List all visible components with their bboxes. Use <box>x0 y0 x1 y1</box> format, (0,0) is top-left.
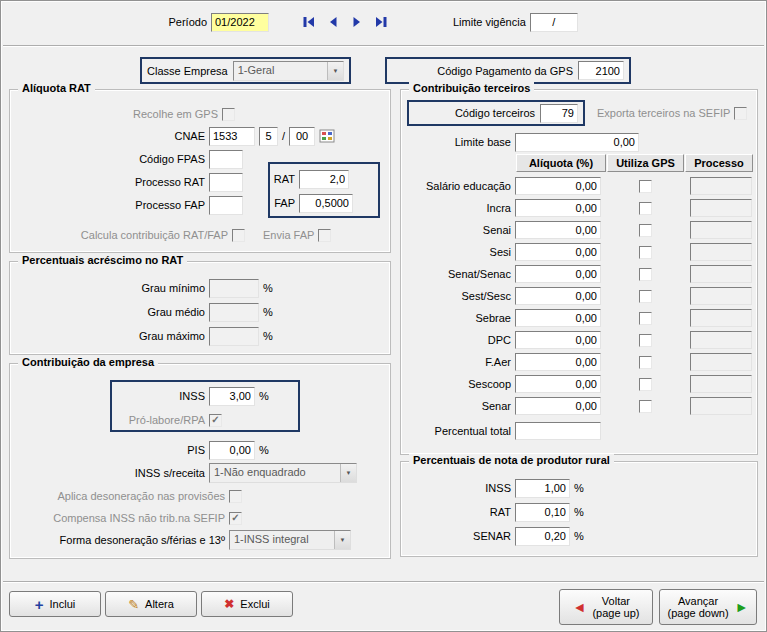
codigo-gps-input[interactable] <box>578 61 624 80</box>
utiliza-gps-checkbox[interactable] <box>639 224 652 237</box>
periodo-input[interactable] <box>211 13 269 32</box>
voltar-button[interactable]: ◄ Voltar (page up) <box>559 589 653 625</box>
aliquota-input[interactable] <box>515 375 601 393</box>
column-header-processo: Processo <box>685 154 753 172</box>
processo-input <box>690 265 752 283</box>
terceiros-row-label: Sescoop <box>401 378 511 390</box>
avancar-button[interactable]: Avançar (page down) ► <box>659 589 757 625</box>
rural-inss-input[interactable] <box>515 479 570 498</box>
utiliza-gps-checkbox[interactable] <box>639 400 652 413</box>
rural-senar-input[interactable] <box>515 527 570 546</box>
rural-senar-row: SENAR % <box>401 526 584 546</box>
utiliza-gps-checkbox[interactable] <box>639 180 652 193</box>
utiliza-gps-checkbox[interactable] <box>639 246 652 259</box>
exporta-terceiros-row: Exporta terceiros na SEFIP <box>597 103 747 123</box>
processo-input <box>690 287 752 305</box>
nav-next-button[interactable] <box>347 13 367 31</box>
grau-maximo-label: Grau máximo <box>10 330 205 342</box>
limite-base-row: Limite base <box>401 132 639 152</box>
aliquota-input[interactable] <box>515 331 601 349</box>
aliquota-input[interactable] <box>515 309 601 327</box>
inss-input[interactable] <box>209 387 255 406</box>
cnae-suffix-input[interactable] <box>289 127 315 146</box>
fap-row: FAP <box>10 193 353 213</box>
codigo-fpas-input[interactable] <box>209 150 243 169</box>
limite-base-input[interactable] <box>515 133 639 152</box>
table-row-incra: Incra <box>401 198 752 218</box>
check-icon: ✓ <box>211 415 219 425</box>
rat-row: RAT <box>10 169 349 189</box>
group-produtor-rural: Percentuais de nota de produtor rural IN… <box>400 461 758 557</box>
grau-medio-percent: % <box>263 306 273 318</box>
utiliza-gps-checkbox[interactable] <box>639 334 652 347</box>
utiliza-gps-checkbox[interactable] <box>639 312 652 325</box>
aliquota-input[interactable] <box>515 287 601 305</box>
utiliza-gps-checkbox[interactable] <box>639 268 652 281</box>
recolhe-gps-row: Recolhe em GPS <box>10 104 235 124</box>
forma-desoneracao-row: Forma desoneração s/férias e 13º 1-INSS … <box>10 530 351 550</box>
utiliza-gps-checkbox[interactable] <box>639 290 652 303</box>
aliquota-input[interactable] <box>515 353 601 371</box>
nav-next-icon <box>349 15 365 29</box>
codigo-fpas-row: Código FPAS <box>10 149 243 169</box>
cnae-row: CNAE / <box>10 126 336 146</box>
rat-input[interactable] <box>299 170 349 189</box>
utiliza-gps-checkbox[interactable] <box>639 356 652 369</box>
rural-senar-percent: % <box>574 530 584 542</box>
forma-desoneracao-value: 1-INSS integral <box>230 531 334 549</box>
nav-previous-button[interactable] <box>323 13 343 31</box>
rat-label: RAT <box>10 173 295 185</box>
grau-maximo-row: Grau máximo % <box>10 326 273 346</box>
percentual-total-row: Percentual total <box>401 421 601 441</box>
utiliza-gps-checkbox[interactable] <box>639 202 652 215</box>
compensa-inss-row: Compensa INSS não trib.na SEFIP ✓ <box>10 508 242 528</box>
cnae-input[interactable] <box>209 127 255 146</box>
utiliza-gps-checkbox[interactable] <box>639 378 652 391</box>
percentual-total-input[interactable] <box>515 422 601 440</box>
top-divider <box>3 45 764 47</box>
recolhe-gps-checkbox <box>222 108 235 121</box>
group-percentuais-rat: Percentuais acréscimo no RAT Grau mínimo… <box>9 261 391 355</box>
aliquota-input[interactable] <box>515 243 601 261</box>
grau-medio-row: Grau médio % <box>10 302 273 322</box>
limite-base-label: Limite base <box>401 136 511 148</box>
aliquota-input[interactable] <box>515 265 601 283</box>
plus-icon: + <box>35 597 44 612</box>
exclui-button[interactable]: ✖ Exclui <box>201 591 293 617</box>
nav-last-button[interactable] <box>371 13 391 31</box>
chevron-down-icon: ▼ <box>334 531 350 549</box>
rural-rat-input[interactable] <box>515 503 570 522</box>
forma-desoneracao-label: Forma desoneração s/férias e 13º <box>10 534 225 546</box>
aliquota-input[interactable] <box>515 199 601 217</box>
codigo-terceiros-input[interactable] <box>540 104 578 123</box>
terceiros-row-label: F.Aer <box>401 356 511 368</box>
aliquota-input[interactable] <box>515 177 601 195</box>
calcula-rat-fap-label: Calcula contribuição RAT/FAP <box>10 229 228 241</box>
prolabore-row: Pró-labore/RPA ✓ <box>10 410 222 430</box>
codigo-terceiros-label: Código terceiros <box>414 107 535 119</box>
percentual-total-label: Percentual total <box>401 425 511 437</box>
terceiros-row-label: Senar <box>401 400 511 412</box>
nav-first-button[interactable] <box>299 13 319 31</box>
limite-vigencia-input[interactable] <box>530 13 578 32</box>
terceiros-row-label: Salário educação <box>401 180 511 192</box>
aliquota-input[interactable] <box>515 221 601 239</box>
calcula-rat-fap-checkbox <box>232 229 245 242</box>
terceiros-row-label: Senat/Senac <box>401 268 511 280</box>
cnae-sub-input[interactable] <box>259 127 278 146</box>
rural-rat-row: RAT % <box>401 502 584 522</box>
periodo-label: Período <box>167 16 207 28</box>
nav-last-icon <box>373 15 389 29</box>
group-contribuicao-empresa: Contribuição da empresa INSS % Pró-labor… <box>9 363 391 559</box>
altera-button[interactable]: ✎ Altera <box>105 591 197 617</box>
aplica-desoneracao-checkbox <box>229 490 242 503</box>
inss-row: INSS % <box>10 386 269 406</box>
pis-input[interactable] <box>209 441 255 460</box>
periodo-row: Período <box>167 12 269 32</box>
cnae-lookup-button[interactable] <box>319 128 336 144</box>
pis-row: PIS % <box>10 440 269 460</box>
aliquota-input[interactable] <box>515 397 601 415</box>
inclui-button[interactable]: + Inclui <box>9 591 101 617</box>
codigo-gps-box: Código Pagamento da GPS <box>385 57 631 84</box>
fap-input[interactable] <box>299 194 353 213</box>
